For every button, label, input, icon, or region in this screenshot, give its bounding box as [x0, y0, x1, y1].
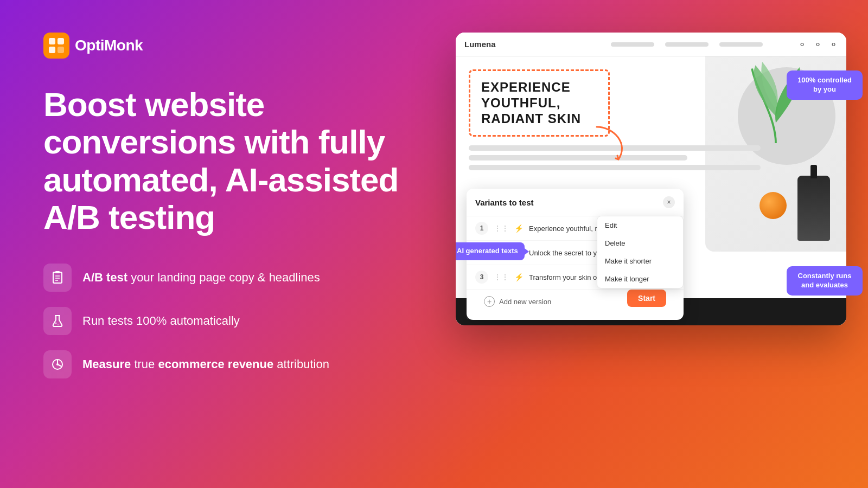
- variant-item-1: 1 ⋮⋮ ⚡ Experience youthful, radiant skin…: [467, 216, 684, 241]
- svg-rect-2: [49, 47, 55, 53]
- site-name: Lumena: [464, 40, 576, 49]
- right-panel: 100% controlled by you Constantly runs a…: [456, 33, 846, 325]
- svg-rect-0: [49, 38, 55, 44]
- nav-line-1: [611, 42, 654, 47]
- logo-icon: [43, 33, 69, 59]
- user-icon: ⚬: [798, 38, 806, 50]
- chart-icon: [43, 350, 72, 378]
- content-line-3: [469, 165, 761, 170]
- feature-run-tests-text: Run tests 100% automatically: [82, 314, 240, 328]
- feature-run-tests: Run tests 100% automatically: [43, 307, 401, 335]
- variants-footer: + Add new version Start: [467, 290, 684, 320]
- flask-icon: [43, 307, 72, 335]
- wand-icon-3: ⚡: [514, 273, 524, 281]
- arrow-icon: [586, 121, 635, 165]
- feature-ab-test: A/B test your landing page copy & headli…: [43, 264, 401, 292]
- ai-generated-label: AI generated texts: [456, 242, 525, 260]
- svg-rect-1: [58, 38, 64, 44]
- logo-text: OptiMonk: [75, 37, 143, 54]
- menu-shorter[interactable]: Make it shorter: [597, 252, 683, 270]
- menu-longer[interactable]: Make it longer: [597, 270, 683, 288]
- callout-evaluates: Constantly runs and evaluates: [787, 266, 863, 296]
- feature-ab-test-text: A/B test your landing page copy & headli…: [82, 271, 320, 285]
- svg-point-13: [56, 363, 59, 365]
- feature-measure-text: Measure true ecommerce revenue attributi…: [82, 357, 329, 371]
- start-button[interactable]: Start: [627, 290, 666, 307]
- left-panel: OptiMonk Boost website conversions with …: [43, 33, 401, 378]
- variant-num-1: 1: [475, 222, 488, 235]
- svg-rect-3: [58, 47, 64, 53]
- wand-icon-1: ⚡: [514, 224, 524, 233]
- close-button[interactable]: ×: [663, 196, 675, 208]
- logo: OptiMonk: [43, 33, 401, 59]
- content-lines: [469, 145, 833, 170]
- drag-icon-1: ⋮⋮: [494, 224, 509, 233]
- cart-icon: ⚬: [829, 38, 838, 50]
- browser-nav: [576, 42, 798, 47]
- features-list: A/B test your landing page copy & headli…: [43, 264, 401, 378]
- svg-point-11: [58, 324, 59, 325]
- browser-bar: Lumena ⚬ ⚬ ⚬: [456, 33, 846, 56]
- nav-line-3: [719, 42, 763, 47]
- clipboard-icon: [43, 264, 72, 292]
- content-line-2: [469, 155, 687, 160]
- variants-header: Variants to test ×: [467, 189, 684, 216]
- variant-num-3: 3: [475, 271, 488, 284]
- menu-edit[interactable]: Edit: [597, 216, 683, 234]
- add-icon: +: [484, 296, 495, 307]
- menu-delete[interactable]: Delete: [597, 234, 683, 252]
- add-version-label: Add new version: [499, 298, 551, 306]
- browser-icons: ⚬ ⚬ ⚬: [798, 38, 838, 50]
- svg-rect-4: [53, 272, 62, 283]
- add-version-button[interactable]: + Add new version: [475, 290, 560, 313]
- page-headline: Boost website conversions with fully aut…: [43, 86, 401, 236]
- context-menu: Edit Delete Make it shorter Make it long…: [597, 216, 684, 288]
- search-icon: ⚬: [814, 38, 822, 50]
- drag-icon-3: ⋮⋮: [494, 273, 509, 281]
- callout-controlled: 100% controlled by you: [787, 70, 863, 100]
- svg-point-10: [55, 322, 57, 324]
- svg-rect-5: [55, 271, 60, 273]
- variants-title: Variants to test: [475, 198, 534, 207]
- nav-line-2: [665, 42, 709, 47]
- hero-headline: EXPERIENCE YOUTHFUL, RADIANT SKIN: [481, 80, 597, 126]
- feature-measure: Measure true ecommerce revenue attributi…: [43, 350, 401, 378]
